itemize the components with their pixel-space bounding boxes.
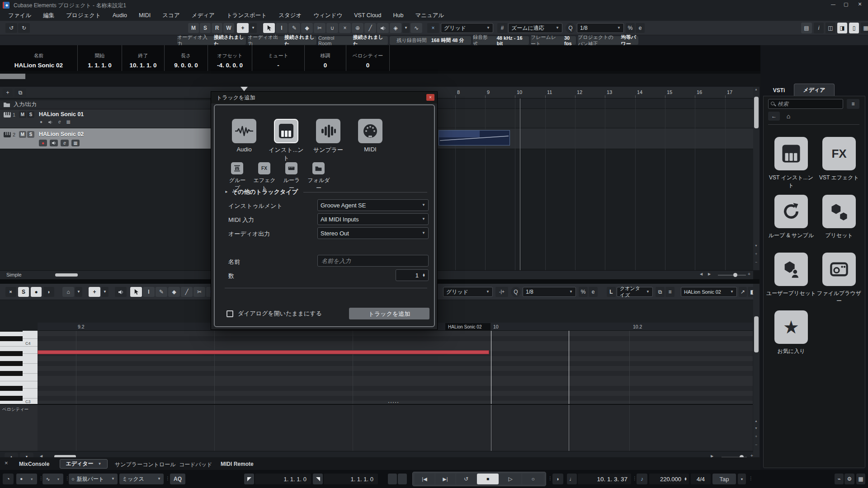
split-tool[interactable]: ✂: [314, 23, 326, 33]
menu-project[interactable]: プロジェクト: [61, 12, 106, 19]
tile-presets[interactable]: [822, 195, 856, 228]
lower-zone-toggle-button[interactable]: ◨: [837, 23, 847, 33]
back-button[interactable]: ←: [768, 112, 780, 121]
left-zone-toggle-button[interactable]: ◫: [826, 23, 835, 33]
menu-vst-cloud[interactable]: VST Cloud: [349, 12, 387, 19]
keep-open-row[interactable]: ダイアログを開いたままにする: [226, 309, 322, 319]
maximize-icon[interactable]: ▢: [844, 2, 848, 7]
snap-type-select[interactable]: グリッド▼: [441, 23, 493, 33]
onscreen-keyboard-button[interactable]: ▤: [801, 23, 812, 33]
name-field[interactable]: [317, 255, 429, 267]
editor-erase-tool[interactable]: ◆: [168, 287, 180, 297]
io-folder-row[interactable]: 入力/出力: [0, 100, 212, 109]
zoom-handle[interactable]: [0, 74, 25, 79]
tile-vst-effects[interactable]: FX: [822, 137, 856, 170]
grid-type-select[interactable]: ズームに適応▼: [508, 23, 562, 33]
part-list-button[interactable]: ≡: [665, 287, 675, 297]
menu-transport[interactable]: トランスポート: [221, 12, 272, 19]
editor-part-name-tag[interactable]: HALion Sonic 02: [445, 323, 491, 330]
name-input[interactable]: [317, 255, 429, 267]
tab-editor-active[interactable]: エディター ▼: [60, 459, 108, 469]
pin-button[interactable]: +: [5, 287, 16, 297]
midi-part[interactable]: [439, 130, 510, 145]
mute-tool[interactable]: ×: [339, 23, 351, 33]
search-box[interactable]: [768, 99, 843, 109]
solo-all-button[interactable]: S: [200, 23, 211, 33]
info-offset[interactable]: オフセット-4. 0. 0. 0: [208, 45, 252, 71]
info-velocity[interactable]: ベロシティー0: [346, 45, 390, 71]
menu-edit[interactable]: 編集: [38, 12, 60, 19]
track-solo-button[interactable]: S: [27, 111, 34, 118]
record-enable-icon[interactable]: ●: [40, 120, 42, 124]
tab-mixconsole[interactable]: MixConsole: [19, 461, 49, 467]
curve-tool[interactable]: ∿: [410, 23, 422, 33]
menu-manual[interactable]: マニュアル: [410, 12, 449, 19]
type-midi[interactable]: [358, 119, 382, 143]
status-record-format[interactable]: 録音形式48 kHz - 16 bit: [473, 36, 529, 45]
tile-file-browser[interactable]: [822, 253, 856, 286]
editor-solo-button[interactable]: S: [18, 287, 29, 297]
primary-time-display[interactable]: 10. 1. 3. 37: [578, 474, 631, 484]
scroll-down-icon[interactable]: ▼: [755, 244, 758, 247]
track-solo-button[interactable]: S: [27, 131, 34, 138]
edit-channel-button[interactable]: e: [61, 140, 69, 146]
record-mode-select[interactable]: ● ▼: [16, 474, 37, 484]
controller-lane-header[interactable]: ベロシティー: [0, 404, 38, 451]
tile-user-presets[interactable]: [774, 253, 808, 286]
menu-score[interactable]: スコア: [157, 12, 185, 19]
draw-tool[interactable]: ✎: [288, 23, 300, 33]
status-control-room[interactable]: Control Room接続されました: [318, 36, 388, 45]
glue-tool[interactable]: ∪: [326, 23, 338, 33]
track-row-1[interactable]: 1 M S HALion Sonic 01 ● e ▦: [0, 109, 212, 128]
erase-tool[interactable]: ◆: [301, 23, 313, 33]
type-effect[interactable]: FX: [258, 162, 270, 174]
type-sampler[interactable]: [316, 119, 340, 143]
new-part-mode-select[interactable]: ○ 新規パート ▼: [69, 474, 118, 484]
track-mute-button[interactable]: M: [19, 131, 26, 138]
hzoom-knob[interactable]: [733, 273, 737, 277]
active-part-select[interactable]: HALion Sonic 02▼: [681, 287, 737, 297]
zoom-tool[interactable]: ⊕: [352, 23, 363, 33]
scroll-thumb[interactable]: [754, 316, 759, 352]
status-frame-rate[interactable]: フレームレート30 fps: [531, 36, 576, 45]
vzoom-minus-icon[interactable]: −: [755, 443, 757, 447]
tempo-track-button[interactable]: ♪: [637, 474, 647, 484]
editor-autoscroll-button[interactable]: +: [89, 287, 100, 297]
info-end[interactable]: 終了10. 1. 1. 0: [122, 45, 165, 71]
edit-channel-icon[interactable]: e: [58, 120, 61, 124]
record-enable-button[interactable]: ●: [39, 140, 47, 146]
note-display[interactable]: [38, 331, 753, 404]
minimize-icon[interactable]: —: [831, 2, 835, 7]
scroll-up-icon[interactable]: ▲: [755, 88, 758, 91]
close-icon[interactable]: ×: [858, 1, 862, 7]
keep-open-checkbox[interactable]: [226, 310, 233, 317]
mute-all-button[interactable]: M: [188, 23, 199, 33]
search-input[interactable]: [768, 99, 843, 109]
open-in-window-button[interactable]: ↗: [739, 287, 747, 297]
audio-record-mode-select[interactable]: ∿ ▼: [42, 474, 63, 484]
tab-chord-pads[interactable]: コードパッド: [179, 461, 212, 469]
iterative-q-button[interactable]: %: [579, 287, 588, 297]
vzoom-plus-icon[interactable]: +: [755, 435, 757, 439]
goto-right-locator-button[interactable]: [313, 474, 323, 484]
project-cursor-marker[interactable]: [241, 87, 248, 91]
quantize-select[interactable]: 1/8▼: [577, 23, 624, 33]
auto-scroll-options-button[interactable]: ▼: [250, 23, 257, 33]
record-in-editor-button[interactable]: ●: [31, 287, 42, 297]
length-q-button[interactable]: L: [607, 287, 616, 297]
zoom-in-icon[interactable]: +: [755, 252, 757, 256]
editor-select-tool[interactable]: [130, 287, 142, 297]
scroll-down-icon[interactable]: ▼: [755, 427, 758, 430]
range-tool[interactable]: I: [276, 23, 288, 33]
record-button[interactable]: ○: [522, 474, 544, 484]
midi-activity-button[interactable]: ⌁: [835, 474, 844, 484]
lane-divider-grip[interactable]: ·····: [388, 399, 399, 405]
type-audio[interactable]: [232, 119, 256, 143]
status-audio-input[interactable]: オーディオ入力接続されました: [177, 36, 246, 45]
scroll-up-icon[interactable]: ▲: [755, 419, 758, 422]
editor-trim-tool[interactable]: I: [143, 287, 155, 297]
type-folder[interactable]: [312, 162, 325, 174]
tile-favorites[interactable]: ★: [774, 310, 808, 344]
type-instrument-selected[interactable]: [274, 119, 298, 143]
editor-draw-tool[interactable]: ✎: [156, 287, 167, 297]
